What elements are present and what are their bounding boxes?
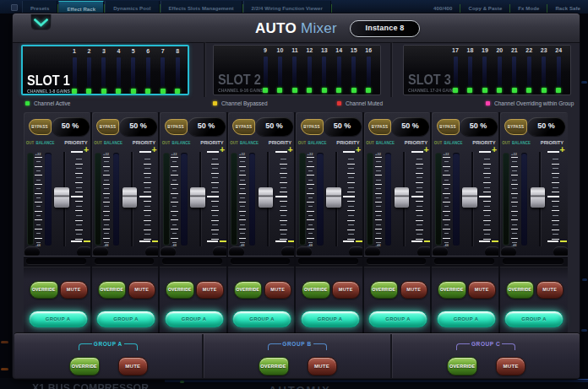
group-assign-button[interactable]: GROUP A <box>232 311 291 327</box>
bypass-button[interactable]: BYPASS <box>504 119 527 135</box>
balance-fader[interactable] <box>181 153 188 246</box>
scale-tick <box>376 180 381 181</box>
scale-top-label: +22 <box>440 152 452 156</box>
balance-fader[interactable] <box>45 153 52 246</box>
bypass-button[interactable]: BYPASS <box>368 119 391 135</box>
group-assign-button[interactable]: GROUP A <box>301 311 360 327</box>
group-mute-button[interactable]: MUTE <box>118 357 148 375</box>
gain-value-display[interactable]: 50 % <box>188 117 226 136</box>
priority-fader-knob[interactable] <box>531 187 546 208</box>
tab-effects-slots-management[interactable]: Effects Slots Management <box>161 1 242 14</box>
channel-column: 10 <box>273 46 287 96</box>
priority-fader-knob[interactable] <box>462 187 477 208</box>
bypass-button[interactable]: BYPASS <box>437 119 460 135</box>
priority-fader-knob[interactable] <box>259 187 274 208</box>
override-button[interactable]: OVERRIDE <box>302 281 330 299</box>
group-assign-button[interactable]: GROUP A <box>96 311 155 327</box>
out-meter[interactable] <box>231 153 237 246</box>
scale-tick <box>511 219 519 220</box>
group-mute-button[interactable]: MUTE <box>496 357 525 375</box>
channel-active-led <box>556 88 561 93</box>
balance-fader[interactable] <box>521 153 528 246</box>
bypass-button[interactable]: BYPASS <box>232 119 255 135</box>
balance-fader[interactable] <box>317 153 324 246</box>
app-menu-icon[interactable] <box>11 4 18 11</box>
mute-button[interactable]: MUTE <box>468 281 496 299</box>
priority-tick <box>280 159 286 159</box>
priority-tick <box>280 239 287 240</box>
legend-label: Channel Overriding within Group <box>494 100 574 106</box>
tab-copy-paste[interactable]: Copy & Paste <box>460 1 509 14</box>
group-assign-button[interactable]: GROUP A <box>504 311 564 327</box>
override-button[interactable]: OVERRIDE <box>166 281 194 299</box>
override-button[interactable]: OVERRIDE <box>438 281 466 299</box>
group-assign-button[interactable]: GROUP A <box>437 311 496 327</box>
tab-presets[interactable]: Presets <box>22 1 57 14</box>
group-assign-button[interactable]: GROUP A <box>29 311 88 327</box>
override-button[interactable]: OVERRIDE <box>506 281 535 299</box>
tab-rack-safe[interactable]: Rack Safe <box>547 1 588 14</box>
gain-value-display[interactable]: 50 % <box>255 117 293 136</box>
gain-value-display[interactable]: 50 % <box>324 117 362 136</box>
priority-fader-knob[interactable] <box>326 187 341 208</box>
out-meter[interactable] <box>367 153 373 246</box>
priority-tick <box>212 159 218 159</box>
group-assign-button[interactable]: GROUP A <box>165 311 224 327</box>
out-meter[interactable] <box>163 153 170 246</box>
fader-panel: BYPASS50 %OUTBALANCEPRIORITY+22-48+ <box>92 112 159 256</box>
gain-value-display[interactable]: 50 % <box>460 117 498 136</box>
tab-dynamics-pool[interactable]: Dynamics Pool <box>105 1 159 14</box>
priority-fader-knob[interactable] <box>395 187 410 208</box>
gain-value-display[interactable]: 50 % <box>527 117 565 136</box>
legend-label: Channel Active <box>34 100 70 106</box>
scale-tick <box>376 188 381 189</box>
out-meter[interactable] <box>503 153 509 246</box>
priority-fader-knob[interactable] <box>122 187 138 208</box>
tab-400-400[interactable]: 400/400 <box>426 1 460 14</box>
tab-effect-rack[interactable]: Effect Rack <box>58 1 104 14</box>
override-button[interactable]: OVERRIDE <box>30 281 58 299</box>
out-meter[interactable] <box>95 153 101 246</box>
slot-panel-3[interactable]: SLOT 3CHANNEL 17-24 GAINS171819202122232… <box>403 45 571 95</box>
group-override-button[interactable]: OVERRIDE <box>447 357 477 375</box>
override-button[interactable]: OVERRIDE <box>234 281 263 299</box>
slot-panel-2[interactable]: SLOT 2CHANNEL 9-16 GAINS910111213141516 <box>213 45 381 95</box>
group-bracket-left <box>456 343 470 350</box>
slot-panel-1[interactable]: SLOT 1CHANNEL 1-8 GAINS12345678 <box>21 45 189 95</box>
gain-value-display[interactable]: 50 % <box>119 117 157 136</box>
balance-fader[interactable] <box>385 153 392 246</box>
out-meter[interactable] <box>299 153 306 246</box>
gain-value-display[interactable]: 50 % <box>52 117 90 136</box>
mute-button[interactable]: MUTE <box>60 281 88 299</box>
bypass-button[interactable]: BYPASS <box>29 119 52 135</box>
mute-button[interactable]: MUTE <box>400 281 428 299</box>
bypass-button[interactable]: BYPASS <box>165 119 188 135</box>
override-button[interactable]: OVERRIDE <box>98 281 127 299</box>
tab-2-2-4-wiring-function-viewer[interactable]: 2/2/4 Wiring Function Viewer <box>243 1 331 14</box>
mute-button[interactable]: MUTE <box>264 281 292 299</box>
balance-fader[interactable] <box>113 153 120 246</box>
group-override-button[interactable]: OVERRIDE <box>69 357 100 375</box>
override-button[interactable]: OVERRIDE <box>370 281 399 299</box>
out-meter[interactable] <box>435 153 442 246</box>
group-mute-button[interactable]: MUTE <box>308 357 337 375</box>
balance-fader[interactable] <box>249 153 256 246</box>
priority-fader-knob[interactable] <box>190 187 205 208</box>
mute-button[interactable]: MUTE <box>128 281 156 299</box>
priority-scale <box>144 159 151 239</box>
group-override-button[interactable]: OVERRIDE <box>259 357 289 375</box>
mute-button[interactable]: MUTE <box>536 281 564 299</box>
bypass-button[interactable]: BYPASS <box>301 119 324 135</box>
mute-button[interactable]: MUTE <box>196 281 224 299</box>
tab-fx-mode[interactable]: Fx Mode <box>510 1 547 14</box>
balance-fader[interactable] <box>453 153 460 246</box>
balance-label: BALANCE <box>172 141 191 145</box>
mute-button[interactable]: MUTE <box>332 281 360 299</box>
priority-fader-knob[interactable] <box>54 187 69 208</box>
group-assign-button[interactable]: GROUP A <box>368 311 427 327</box>
slot-subtitle: CHANNEL 9-16 GAINS <box>218 88 264 93</box>
instance-button[interactable]: Instance 8 <box>350 20 420 37</box>
bypass-button[interactable]: BYPASS <box>96 119 119 135</box>
gain-value-display[interactable]: 50 % <box>391 117 429 136</box>
out-meter[interactable] <box>27 153 34 246</box>
